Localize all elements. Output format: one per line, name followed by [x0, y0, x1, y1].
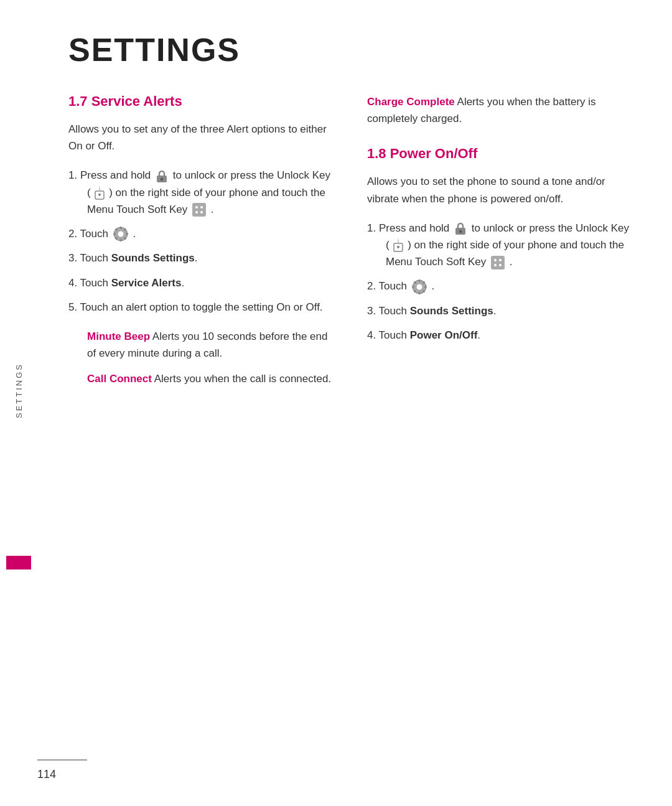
svg-rect-12 — [119, 227, 121, 229]
main-content: SETTINGS 1.7 Service Alerts Allows you t… — [37, 0, 672, 806]
call-connect-desc: Alerts you when the call is connected. — [154, 373, 331, 385]
svg-point-29 — [499, 264, 502, 266]
list-item: 1. Press and hold to unlock or press the… — [68, 167, 336, 218]
svg-point-8 — [195, 211, 198, 213]
page-container: SETTINGS SETTINGS 1.7 Service Alerts All… — [0, 0, 672, 806]
svg-point-7 — [200, 206, 203, 209]
svg-rect-32 — [418, 279, 420, 282]
svg-rect-14 — [113, 233, 116, 235]
minute-beep-term: Minute Beep — [87, 330, 150, 342]
footer: 114 — [37, 759, 635, 781]
sidebar-label: SETTINGS — [14, 363, 24, 418]
list-item: 2. Touch — [68, 225, 336, 243]
power-onoff-bold: Power On/Off — [410, 329, 478, 341]
svg-rect-13 — [119, 239, 121, 241]
settings-gear-icon-1 — [113, 226, 129, 242]
svg-point-28 — [494, 264, 497, 266]
left-column: 1.7 Service Alerts Allows you to set any… — [68, 93, 336, 396]
service-alerts-steps: 1. Press and hold to unlock or press the… — [68, 167, 336, 316]
charge-complete-term: Charge Complete — [367, 96, 455, 108]
page-title: SETTINGS — [68, 31, 635, 68]
unlock-key-icon: i — [95, 186, 105, 200]
right-column: Charge Complete Alerts you when the batt… — [367, 93, 635, 396]
menu-grid-icon — [192, 202, 207, 217]
unlock-key-icon-2: i — [393, 238, 403, 252]
service-alerts-intro: Allows you to set any of the three Alert… — [68, 121, 336, 154]
list-item: 1. Press and hold to unlock or press the… — [367, 220, 635, 271]
footer-line — [37, 759, 87, 761]
svg-point-6 — [195, 206, 198, 209]
call-connect-term: Call Connect — [87, 373, 152, 385]
svg-rect-25 — [491, 256, 505, 269]
power-onoff-intro: Allows you to set the phone to sound a t… — [367, 173, 635, 207]
lock-icon-2 — [454, 222, 467, 235]
charge-complete-item: Charge Complete Alerts you when the batt… — [367, 93, 635, 127]
sidebar: SETTINGS — [0, 0, 37, 806]
list-item: 3. Touch Sounds Settings. — [367, 302, 635, 319]
svg-rect-35 — [424, 286, 427, 288]
svg-rect-5 — [192, 203, 206, 217]
sounds-settings-bold-2: Sounds Settings — [410, 305, 493, 317]
svg-rect-15 — [126, 233, 128, 235]
list-item: 4. Touch Power On/Off. — [367, 327, 635, 344]
svg-rect-34 — [412, 286, 414, 288]
settings-gear-icon-2 — [411, 279, 427, 295]
section-heading-power-onoff: 1.8 Power On/Off — [367, 146, 635, 162]
two-columns: 1.7 Service Alerts Allows you to set any… — [68, 93, 635, 396]
sidebar-bar — [6, 556, 31, 569]
minute-beep-item: Minute Beep Alerts you 10 seconds before… — [68, 328, 336, 362]
call-connect-item: Call Connect Alerts you when the call is… — [68, 370, 336, 387]
svg-text:i: i — [99, 186, 100, 192]
svg-rect-1 — [161, 178, 163, 180]
svg-point-11 — [118, 232, 123, 237]
menu-grid-icon-2 — [490, 255, 505, 270]
svg-rect-23 — [397, 246, 399, 248]
svg-point-26 — [494, 259, 497, 261]
section-heading-service-alerts: 1.7 Service Alerts — [68, 93, 336, 110]
power-onoff-steps: 1. Press and hold to unlock or press the… — [367, 220, 635, 344]
svg-point-9 — [200, 211, 203, 213]
svg-point-27 — [499, 259, 502, 261]
service-alerts-bold: Service Alerts — [111, 277, 182, 289]
svg-point-31 — [416, 284, 422, 289]
list-item: 2. Touch — [367, 278, 635, 295]
page-number: 114 — [37, 768, 635, 781]
list-item: 4. Touch Service Alerts. — [68, 274, 336, 291]
list-item: 5. Touch an alert option to toggle the s… — [68, 299, 336, 316]
svg-text:i: i — [398, 238, 399, 244]
list-item: 3. Touch Sounds Settings. — [68, 250, 336, 266]
svg-rect-21 — [459, 230, 462, 233]
lock-icon — [155, 169, 169, 183]
svg-rect-33 — [418, 292, 420, 294]
sounds-settings-bold-1: Sounds Settings — [111, 252, 195, 264]
svg-rect-3 — [98, 194, 101, 195]
